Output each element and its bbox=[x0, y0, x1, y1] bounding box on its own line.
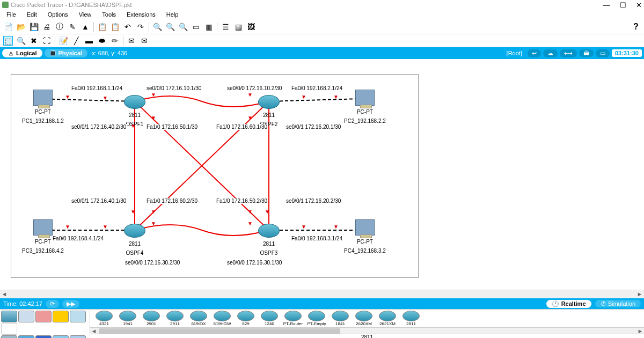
physical-tab[interactable]: ▤Physical bbox=[45, 49, 88, 57]
info-icon[interactable]: ⓘ bbox=[55, 22, 64, 32]
paste-icon[interactable]: 📋 bbox=[110, 22, 120, 32]
list-icon[interactable]: ☰ bbox=[221, 22, 230, 32]
router-ospf3[interactable]: 2811OSPF3 bbox=[258, 224, 280, 256]
cat-smart[interactable] bbox=[35, 335, 52, 338]
ellipse-icon[interactable]: ⬬ bbox=[97, 36, 107, 46]
cat-boards[interactable] bbox=[53, 335, 69, 338]
label: se0/0/0 172.16.10.2/30 bbox=[226, 85, 283, 91]
pc1[interactable]: PC-PTPC1_192.168.1.2 bbox=[22, 90, 64, 124]
viewport-icon[interactable]: ▭ bbox=[596, 49, 610, 57]
router-ospf2[interactable]: 2811OSPF2 bbox=[258, 95, 280, 127]
cat-home[interactable] bbox=[18, 335, 34, 338]
nav-back-icon[interactable]: ↩ bbox=[528, 49, 541, 57]
cat-end[interactable] bbox=[1, 335, 17, 338]
device-model-819IOX[interactable]: 819IOX bbox=[188, 311, 209, 326]
activity-icon[interactable]: ▲ bbox=[80, 22, 90, 32]
fast-forward-icon[interactable]: ▶▶ bbox=[62, 300, 79, 308]
device-model-2911[interactable]: 2911 bbox=[164, 311, 186, 326]
scroll-right-icon[interactable]: ► bbox=[635, 290, 644, 299]
palette-icon[interactable]: ▭ bbox=[191, 22, 201, 32]
scroll-left-icon[interactable]: ◄ bbox=[90, 328, 98, 335]
router-ospf1[interactable]: 2811OSPF1 bbox=[124, 95, 145, 127]
simple-pdu-icon[interactable]: ✉ bbox=[127, 36, 136, 46]
menu-view[interactable]: View bbox=[75, 10, 96, 19]
print-icon[interactable]: 🖨 bbox=[42, 22, 52, 32]
open-icon[interactable]: 📂 bbox=[16, 22, 26, 32]
time-bar: Time: 02:42:17 ⟳ ▶▶ 🕐 Realtime ⏱ Simulat… bbox=[0, 298, 644, 309]
pc4[interactable]: PC-PTPC4_192.168.3.2 bbox=[344, 219, 386, 254]
device-model-1941[interactable]: 1941 bbox=[117, 311, 138, 326]
menu-extensions[interactable]: Extensions bbox=[122, 10, 160, 19]
redo-icon[interactable]: ↷ bbox=[136, 22, 145, 32]
logical-tab[interactable]: ◬Logical bbox=[2, 49, 42, 57]
label: Fa0/0 192.168.1.1/24 bbox=[70, 85, 123, 91]
menu-tools[interactable]: Tools bbox=[98, 10, 120, 19]
device-model-2901[interactable]: 2901 bbox=[141, 311, 162, 326]
maximize-button[interactable]: ☐ bbox=[620, 1, 626, 9]
wizard-icon[interactable]: ✎ bbox=[68, 22, 77, 32]
device-model-2811[interactable]: 2811 bbox=[400, 311, 422, 326]
scroll-right-icon[interactable]: ► bbox=[636, 328, 644, 335]
close-button[interactable]: ✕ bbox=[636, 1, 642, 9]
resize-icon[interactable]: ⛶ bbox=[42, 36, 52, 46]
inspect-icon[interactable]: 🔍 bbox=[16, 36, 26, 46]
zoomreset-icon[interactable]: 🔍 bbox=[165, 22, 175, 32]
delete-icon[interactable]: ✖ bbox=[29, 36, 39, 46]
device-categories bbox=[0, 310, 90, 338]
device-model-2620XM[interactable]: 2620XM bbox=[353, 311, 375, 326]
realtime-tab[interactable]: 🕐 Realtime bbox=[546, 300, 591, 308]
background-icon[interactable]: 🏔 bbox=[579, 49, 594, 57]
undo-icon[interactable]: ↶ bbox=[123, 22, 133, 32]
device-model-819HGW[interactable]: 819HGW bbox=[211, 311, 233, 326]
device-model-1841[interactable]: 1841 bbox=[330, 311, 351, 326]
workspace[interactable]: ▼▼ ▼▼ ▼▼ ▼▼ ▼▼ ▼▼ ▼▼ ▼▼ ▼▼ ▼▼ PC-PTPC1_1… bbox=[0, 59, 644, 290]
topology-canvas[interactable]: ▼▼ ▼▼ ▼▼ ▼▼ ▼▼ ▼▼ ▼▼ ▼▼ ▼▼ ▼▼ PC-PTPC1_1… bbox=[11, 74, 419, 278]
separator bbox=[123, 36, 123, 46]
device-list-scrollbar[interactable]: ◄ ► bbox=[90, 327, 644, 334]
help-icon[interactable]: ? bbox=[631, 22, 641, 32]
cat-security[interactable] bbox=[70, 311, 86, 322]
device-model-2621XM[interactable]: 2621XM bbox=[377, 311, 398, 326]
select-icon[interactable]: ⬚ bbox=[3, 36, 13, 46]
device-model-PT-Empty[interactable]: PT-Empty bbox=[306, 311, 327, 326]
scroll-left-icon[interactable]: ◄ bbox=[0, 290, 9, 299]
cluster-icon[interactable]: ☁ bbox=[543, 49, 558, 57]
device-model-PT-Router[interactable]: PT-Router bbox=[282, 311, 304, 326]
new-icon[interactable]: 📄 bbox=[3, 22, 13, 32]
scrollbar-thumb[interactable] bbox=[99, 328, 340, 334]
minimize-button[interactable]: — bbox=[603, 1, 610, 9]
cat-cloud[interactable] bbox=[70, 335, 86, 338]
zoomout-icon[interactable]: 🔍 bbox=[178, 22, 188, 32]
rect-icon[interactable]: ▬ bbox=[84, 36, 94, 46]
menu-help[interactable]: Help bbox=[162, 10, 183, 19]
complex-pdu-icon[interactable]: ✉ bbox=[140, 36, 149, 46]
menu-edit[interactable]: Edit bbox=[23, 10, 41, 19]
freeform-icon[interactable]: ✏ bbox=[110, 36, 120, 46]
save-icon[interactable]: 💾 bbox=[29, 22, 39, 32]
line-icon[interactable]: ╱ bbox=[71, 36, 81, 46]
power-cycle-icon[interactable]: ⟳ bbox=[46, 300, 59, 308]
dialog-icon[interactable]: ▥ bbox=[204, 22, 214, 32]
root-label[interactable]: [Root] bbox=[507, 50, 522, 56]
label: se0/0/1 172.16.20.1/30 bbox=[285, 124, 342, 130]
menu-options[interactable]: Options bbox=[43, 10, 72, 19]
cat-hubs[interactable] bbox=[35, 311, 52, 322]
router-ospf4[interactable]: 2811OSPF4 bbox=[124, 224, 145, 256]
device-model-1240[interactable]: 1240 bbox=[259, 311, 280, 326]
device-model-4321[interactable]: 4321 bbox=[93, 311, 115, 326]
cat-switches[interactable] bbox=[18, 311, 34, 322]
grid-icon[interactable]: ▦ bbox=[233, 22, 243, 32]
cat-routers[interactable] bbox=[1, 311, 17, 322]
menu-file[interactable]: File bbox=[2, 10, 20, 19]
cat-wan[interactable] bbox=[1, 323, 17, 335]
image-icon[interactable]: 🖼 bbox=[246, 22, 256, 32]
simulation-tab[interactable]: ⏱ Simulation bbox=[595, 300, 641, 307]
copy-icon[interactable]: 📋 bbox=[97, 22, 107, 32]
zoomin-icon[interactable]: 🔍 bbox=[152, 22, 162, 32]
cat-wireless[interactable] bbox=[53, 311, 69, 322]
move-icon[interactable]: ⟷ bbox=[560, 49, 577, 57]
device-model-829[interactable]: 829 bbox=[235, 311, 257, 326]
note-icon[interactable]: 📝 bbox=[58, 36, 68, 46]
workspace-scrollbar[interactable]: ◄ ► bbox=[0, 290, 644, 298]
pc2[interactable]: PC-PTPC2_192.168.2.2 bbox=[344, 90, 386, 124]
